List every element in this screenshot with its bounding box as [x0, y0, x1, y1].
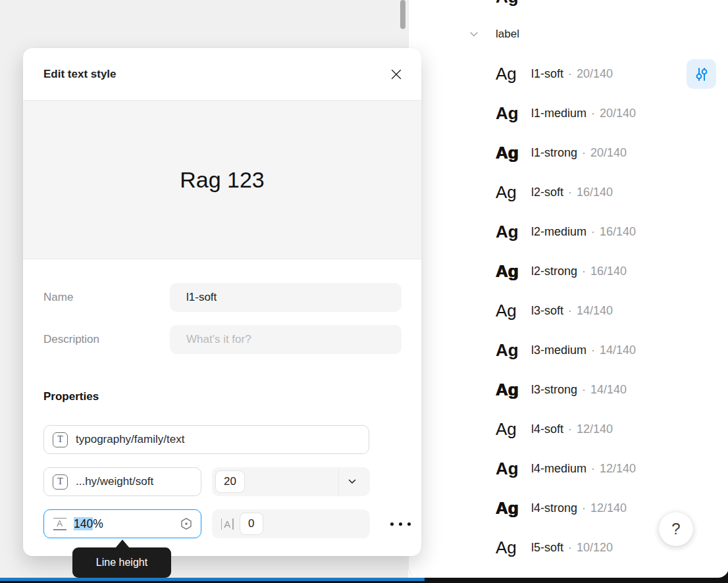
style-size-lineheight: 14/140 — [577, 304, 613, 318]
style-preview-text: Rag 123 — [180, 167, 265, 193]
dot-icon — [390, 522, 394, 526]
style-name: l3-strong — [531, 383, 577, 397]
style-preview-ag: Ag — [496, 498, 531, 519]
style-name: l4-strong — [531, 501, 577, 515]
font-family-token: typography/family/text — [76, 433, 184, 446]
description-label: Description — [43, 325, 99, 354]
close-button[interactable] — [389, 67, 403, 82]
style-row[interactable]: Ag l3-strong · 14/140 — [409, 370, 728, 409]
style-row[interactable]: Ag l3-soft · 14/140 — [409, 291, 728, 330]
name-value: l1-soft — [186, 291, 217, 304]
text-token-icon: T — [53, 432, 68, 447]
style-separator: · — [568, 304, 572, 318]
line-height-icon: A — [53, 518, 66, 530]
style-size-lineheight: 14/140 — [590, 383, 627, 397]
letter-spacing-value[interactable]: 0 — [240, 513, 263, 535]
style-size-lineheight: 16/140 — [590, 265, 627, 278]
style-preview-ag: Ag — [496, 301, 531, 321]
name-input[interactable]: l1-soft — [170, 283, 402, 312]
font-size-field[interactable]: 20 — [212, 467, 370, 496]
style-separator: · — [591, 107, 595, 120]
dot-icon — [407, 522, 411, 526]
style-size-lineheight: 14/140 — [600, 343, 636, 357]
style-preview-ag: Ag — [496, 103, 531, 124]
style-row[interactable]: Ag l2-soft · 16/140 — [409, 172, 728, 212]
style-separator: · — [582, 265, 586, 278]
style-separator: · — [568, 67, 572, 81]
style-size-lineheight: 10/120 — [577, 541, 613, 555]
dialog-header: Edit text style — [23, 48, 421, 100]
more-options-button[interactable] — [386, 509, 415, 538]
style-preview-ag: Ag — [496, 419, 531, 440]
style-group-header[interactable]: label — [409, 20, 728, 49]
chevron-down-icon[interactable] — [348, 479, 356, 484]
style-name: l5-soft — [531, 541, 563, 555]
letter-spacing-field[interactable]: A 0 — [212, 509, 370, 538]
style-row[interactable]: Ag l1-soft · 20/140 — [409, 54, 728, 93]
figma-app: Ag label Ag l1-soft · 20/140 Ag l1-mediu… — [0, 0, 728, 583]
style-size-lineheight: 20/140 — [590, 146, 627, 160]
style-name: l2-medium — [531, 225, 586, 239]
style-separator: · — [568, 541, 572, 555]
line-height-tooltip: Line height — [72, 547, 171, 578]
sliders-icon — [693, 66, 710, 83]
font-weight-token-field[interactable]: T ...hy/weight/soft — [43, 467, 201, 496]
name-label: Name — [43, 283, 73, 312]
style-size-lineheight: 20/140 — [577, 67, 613, 81]
style-preview-ag: Ag — [496, 459, 531, 479]
style-size-lineheight: 12/140 — [590, 501, 627, 515]
style-separator: · — [568, 422, 572, 436]
style-row[interactable]: Ag l3-medium · 14/140 — [409, 330, 728, 370]
style-preview-ag: Ag — [496, 143, 531, 163]
edit-text-style-dialog: Edit text style Rag 123 Name l1-soft Des… — [23, 48, 421, 556]
style-separator: · — [591, 343, 595, 357]
style-name: l1-soft — [531, 67, 563, 81]
text-styles-panel: Ag label Ag l1-soft · 20/140 Ag l1-mediu… — [408, 0, 728, 578]
style-preview-ag: Ag — [496, 261, 531, 282]
style-separator: · — [582, 501, 586, 515]
dialog-title: Edit text style — [43, 68, 117, 81]
style-row[interactable]: Ag l1-strong · 20/140 — [409, 133, 728, 172]
style-preview-ag: Ag — [496, 182, 531, 203]
style-name: l2-strong — [531, 265, 577, 278]
style-preview-ag: Ag — [496, 222, 531, 242]
clipped-style-row-top: Ag — [496, 0, 519, 7]
font-family-token-field[interactable]: T typography/family/text — [43, 425, 369, 454]
style-size-lineheight: 20/140 — [600, 107, 636, 120]
close-icon — [390, 68, 403, 81]
text-token-icon: T — [53, 474, 68, 490]
clipped-style-row-bottom: Ag — [496, 575, 517, 578]
style-row[interactable]: Ag l2-medium · 16/140 — [409, 212, 728, 251]
edit-style-button[interactable] — [687, 59, 716, 89]
divider — [338, 467, 339, 496]
style-row[interactable]: Ag l4-soft · 12/140 — [409, 409, 728, 449]
style-size-lineheight: 12/140 — [600, 462, 636, 476]
style-separator: · — [582, 383, 586, 397]
description-input[interactable]: What's it for? — [170, 325, 402, 354]
style-separator: · — [568, 186, 572, 199]
help-label: ? — [671, 520, 680, 538]
description-placeholder: What's it for? — [186, 333, 251, 346]
line-height-value[interactable]: 140% — [74, 517, 103, 531]
apply-variable-icon[interactable] — [179, 517, 194, 531]
letter-spacing-icon: A — [221, 519, 234, 530]
chevron-down-icon[interactable] — [469, 30, 479, 38]
dot-icon — [399, 522, 402, 526]
style-preview-ag: Ag — [496, 64, 531, 84]
style-list: Ag l1-soft · 20/140 Ag l1-medium · 20/14… — [409, 54, 728, 567]
line-height-field[interactable]: A 140% — [43, 509, 201, 538]
properties-heading: Properties — [43, 390, 99, 403]
style-row[interactable]: Ag l2-strong · 16/140 — [409, 251, 728, 291]
style-name: l3-soft — [531, 304, 563, 318]
style-separator: · — [591, 225, 595, 239]
help-button[interactable]: ? — [659, 512, 693, 546]
style-name: l1-strong — [531, 146, 577, 160]
style-row[interactable]: Ag l4-medium · 12/140 — [409, 449, 728, 488]
style-name: l3-medium — [531, 343, 586, 357]
style-row[interactable]: Ag l1-medium · 20/140 — [409, 93, 728, 133]
canvas-scrollbar[interactable] — [400, 0, 405, 29]
font-weight-token: ...hy/weight/soft — [76, 475, 153, 488]
style-size-lineheight: 16/140 — [600, 225, 636, 239]
font-size-value[interactable]: 20 — [215, 470, 245, 493]
style-preview-ag: Ag — [496, 340, 531, 361]
